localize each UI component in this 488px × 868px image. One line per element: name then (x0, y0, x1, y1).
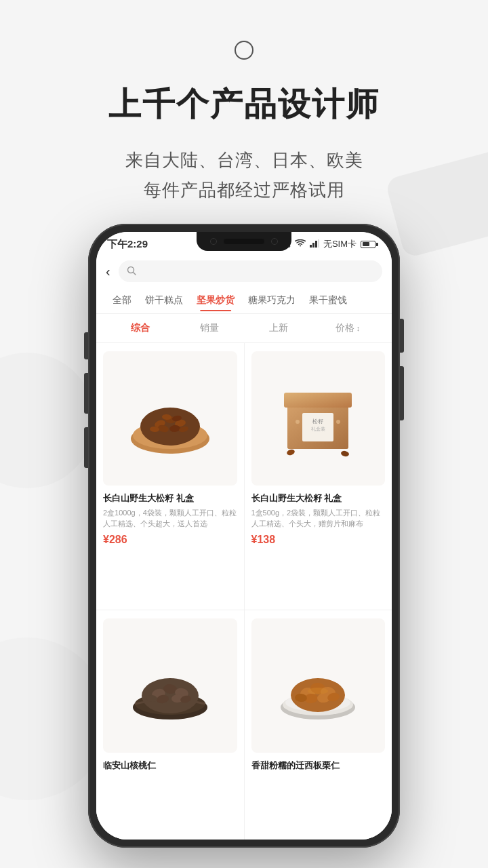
mute-button (84, 332, 88, 359)
product-card-2[interactable]: 松籽 礼盒装 长白山野生大松籽 礼盒 1盒500g，2袋装， (245, 343, 392, 610)
svg-point-24 (296, 420, 300, 424)
cat-tab-candy[interactable]: 糖果巧克力 (241, 290, 302, 311)
svg-rect-0 (310, 245, 312, 248)
product-name-3: 临安山核桃仁 (103, 760, 237, 772)
product-image-3 (103, 618, 237, 753)
search-input[interactable] (119, 260, 382, 282)
cat-tab-dried-fruit[interactable]: 果干蜜饯 (302, 290, 354, 311)
page-title: 上千个产品设计师 (0, 83, 488, 126)
power-button (400, 319, 404, 353)
signal-icon (310, 239, 319, 250)
product-name-4: 香甜粉糯的迁西板栗仁 (251, 760, 386, 772)
search-icon (127, 266, 136, 277)
product-desc-2: 1盒500g，2袋装，颗颗人工开口、粒粒人工精选、个头大，赠剪片和麻布 (251, 507, 386, 530)
product-price-1: ¥286 (103, 534, 237, 546)
product-image-1 (103, 351, 237, 486)
sort-tab-上新[interactable]: 上新 (244, 319, 313, 337)
svg-point-49 (308, 688, 328, 694)
camera-icon (235, 41, 253, 60)
sort-tab-销量[interactable]: 销量 (175, 319, 244, 337)
sensor (271, 238, 278, 245)
svg-point-8 (140, 408, 200, 446)
svg-rect-2 (315, 241, 317, 248)
product-name-2: 长白山野生大松籽 礼盒 (251, 492, 386, 505)
back-button[interactable]: ‹ (106, 264, 110, 279)
product-price-2: ¥138 (251, 534, 386, 546)
phone-mockup: 下午2:29 0.78K/s (88, 224, 400, 848)
svg-rect-3 (318, 239, 319, 248)
subtitle: 来自大陆、台湾、日本、欧美 每件产品都经过严格试用 (0, 145, 488, 205)
product-desc-1: 2盒1000g，4袋装，颗颗人工开口、粒粒人工精选、个头超大，送人首选 (103, 507, 237, 530)
product-name-1: 长白山野生大松籽 礼盒 (103, 492, 237, 505)
status-time: 下午2:29 (107, 238, 148, 251)
svg-rect-20 (284, 393, 352, 408)
volume-up-button (84, 373, 88, 414)
svg-point-25 (336, 420, 340, 424)
battery-icon (361, 241, 378, 248)
cat-tab-biscuit[interactable]: 饼干糕点 (138, 290, 190, 311)
cat-tab-nuts[interactable]: 坚果炒货 (190, 290, 241, 311)
sim-label: 无SIM卡 (323, 238, 357, 250)
sort-tabs: 综合 销量 上新 价格 (96, 314, 392, 343)
product-card-3[interactable]: 临安山核桃仁 (96, 610, 244, 840)
front-camera (210, 238, 217, 245)
sort-tab-综合[interactable]: 综合 (106, 319, 175, 337)
svg-point-27 (340, 450, 350, 457)
svg-text:松籽: 松籽 (312, 418, 323, 425)
svg-rect-1 (312, 243, 314, 248)
product-image-4 (251, 618, 386, 753)
search-bar[interactable]: ‹ (96, 256, 392, 288)
svg-line-5 (133, 272, 136, 275)
product-grid: 长白山野生大松籽 礼盒 2盒1000g，4袋装，颗颗人工开口、粒粒人工精选、个头… (96, 343, 392, 840)
earpiece (224, 239, 264, 244)
wifi-icon (295, 239, 306, 250)
product-card-1[interactable]: 长白山野生大松籽 礼盒 2盒1000g，4袋装，颗颗人工开口、粒粒人工精选、个头… (96, 343, 244, 610)
volume-button-right (400, 366, 404, 420)
category-tabs: 全部 饼干糕点 坚果炒货 糖果巧克力 果干蜜饯 (96, 288, 392, 314)
sort-tab-价格[interactable]: 价格 (313, 319, 382, 337)
volume-down-button (84, 427, 88, 468)
cat-tab-all[interactable]: 全部 (106, 290, 138, 311)
svg-text:礼盒装: 礼盒装 (311, 427, 325, 431)
product-image-2: 松籽 礼盒装 (251, 351, 386, 486)
subtitle-line2: 每件产品都经过严格试用 (144, 180, 345, 200)
product-card-4[interactable]: 香甜粉糯的迁西板栗仁 (245, 610, 392, 840)
svg-point-26 (286, 448, 296, 456)
subtitle-line1: 来自大陆、台湾、日本、欧美 (125, 150, 363, 170)
